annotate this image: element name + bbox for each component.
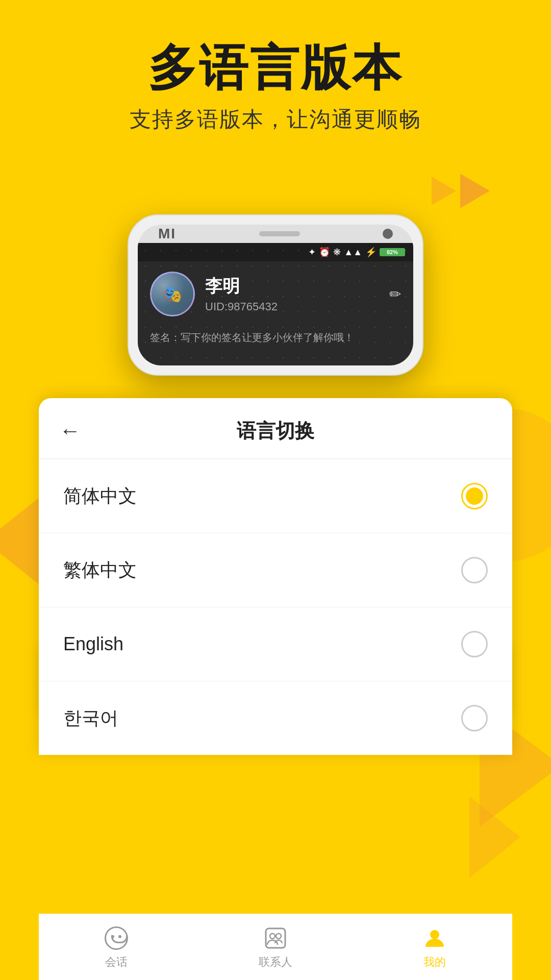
modal-title: 语言切换 [237,418,314,444]
sub-title: 支持多语版本，让沟通更顺畅 [0,105,551,134]
nav-item-contacts[interactable]: 联系人 [259,925,292,970]
profile-nav-icon [421,925,448,951]
language-modal: ← 语言切换 简体中文 繁体中文 English 한국어 [39,398,512,755]
main-title: 多语言版本 [0,41,551,95]
language-item-english[interactable]: English [39,607,512,681]
modal-header: ← 语言切换 [39,398,512,459]
nav-label-chat: 会话 [105,954,128,970]
language-name-korean: 한국어 [63,706,118,731]
nav-item-profile[interactable]: 我的 [421,925,448,970]
contacts-icon [262,925,289,951]
radio-simplified[interactable] [461,483,488,509]
language-name-english: English [63,633,123,655]
nav-label-profile: 我的 [423,954,446,970]
profile-uid: UID:98765432 [205,300,401,313]
nav-item-chat[interactable]: 会话 [103,925,130,970]
profile-info: 李明 UID:98765432 [205,275,401,313]
phone-outer: MI ✦ ⏰ ❋ ▲▲ ⚡ 82% [128,214,423,376]
profile-name: 李明 [205,275,401,298]
play-icons [432,174,490,208]
phone-top-bar: MI [138,225,413,243]
radio-korean[interactable] [461,705,488,731]
language-item-simplified-chinese[interactable]: 简体中文 [39,459,512,533]
language-name-simplified: 简体中文 [63,484,137,509]
avatar-inner: 🎭 [152,273,193,315]
chat-icon [103,925,130,951]
phone-mockup: MI ✦ ⏰ ❋ ▲▲ ⚡ 82% [128,214,423,376]
phone-speaker [259,231,300,236]
back-button[interactable]: ← [59,419,81,443]
smiley-icon [105,926,128,950]
language-list: 简体中文 繁体中文 English 한국어 [39,459,512,755]
header-section: 多语言版本 支持多语版本，让沟通更顺畅 [0,41,551,134]
bottom-navigation: 会话 联系人 我的 [39,914,512,980]
play-icon-solid [460,174,490,208]
radio-inner-simplified [466,487,483,505]
phone-screen: ✦ ⏰ ❋ ▲▲ ⚡ 82% 🎭 李明 [138,243,413,365]
svg-point-3 [430,930,439,939]
phone-camera [383,229,393,239]
radio-traditional[interactable] [461,557,488,583]
edit-icon[interactable]: ✏ [389,286,401,303]
triangle-decoration-right-2 [469,796,520,878]
avatar: 🎭 [150,272,195,316]
language-item-korean[interactable]: 한국어 [39,681,512,755]
radio-english[interactable] [461,631,488,657]
nav-label-contacts: 联系人 [259,954,292,970]
mi-logo: MI [158,226,176,242]
language-name-traditional: 繁体中文 [63,558,137,583]
svg-point-2 [276,934,281,939]
play-icon-outline [432,177,456,205]
svg-point-1 [270,934,275,939]
language-item-traditional-chinese[interactable]: 繁体中文 [39,533,512,607]
profile-section: 🎭 李明 UID:98765432 ✏ [138,261,413,327]
phone-inner: MI ✦ ⏰ ❋ ▲▲ ⚡ 82% [138,225,413,365]
svg-rect-0 [266,928,285,948]
